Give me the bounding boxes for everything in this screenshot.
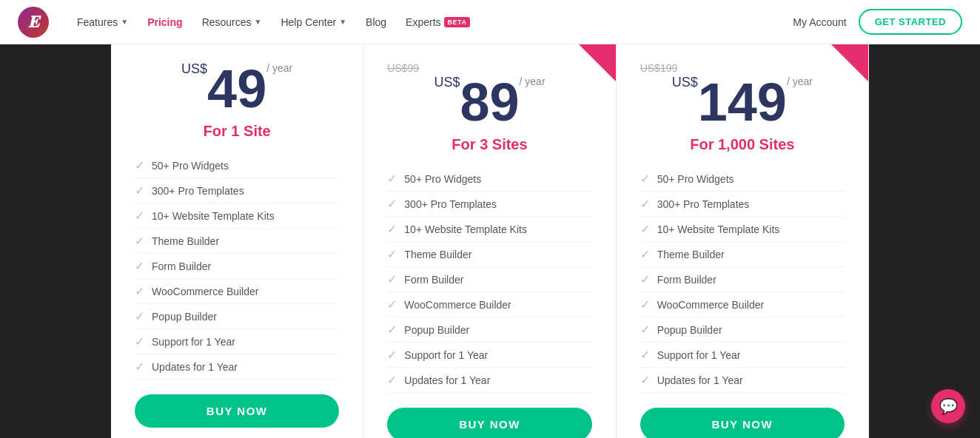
list-item: ✓50+ Pro Widgets (135, 153, 339, 178)
my-account-link[interactable]: My Account (793, 16, 846, 28)
check-icon: ✓ (387, 247, 397, 261)
logo[interactable]: 𝐄 (18, 7, 49, 38)
check-icon: ✓ (640, 348, 650, 362)
original-price-2: US$99 (387, 62, 419, 74)
check-icon: ✓ (135, 234, 144, 248)
list-item: ✓Updates for 1 Year (640, 368, 845, 393)
list-item: ✓Support for 1 Year (387, 343, 591, 368)
nav-help-center[interactable]: Help Center ▼ (273, 12, 354, 33)
list-item: ✓WooCommerce Builder (387, 292, 591, 317)
period-2: / year (520, 75, 546, 87)
resources-chevron-icon: ▼ (255, 18, 262, 26)
check-icon: ✓ (135, 309, 144, 323)
get-started-button[interactable]: GET STARTED (859, 9, 962, 35)
price-area-2: US$99 US$ 89 / year (387, 62, 591, 129)
pricing-plan-1: US$ 49 / year For 1 Site ✓50+ Pro Widget… (111, 44, 363, 438)
features-chevron-icon: ▼ (121, 18, 128, 26)
check-icon: ✓ (640, 272, 650, 286)
currency-3: US$ (672, 75, 698, 89)
logo-letter: 𝐄 (28, 13, 39, 32)
check-icon: ✓ (387, 323, 397, 337)
list-item: ✓Popup Builder (387, 317, 591, 343)
check-icon: ✓ (135, 334, 144, 348)
list-item: ✓Support for 1 Year (135, 329, 339, 354)
ribbon-2 (579, 44, 616, 81)
check-icon: ✓ (135, 158, 144, 172)
left-banner (0, 44, 111, 438)
check-icon: ✓ (387, 297, 397, 311)
pricing-plan-3: US$199 US$ 149 / year For 1,000 Sites ✓5… (617, 44, 869, 438)
list-item: ✓50+ Pro Widgets (387, 166, 591, 192)
price-area-1: US$ 49 / year (135, 62, 339, 115)
pricing-plan-2: US$99 US$ 89 / year For 3 Sites ✓50+ Pro… (363, 44, 616, 438)
list-item: ✓WooCommerce Builder (135, 279, 339, 304)
list-item: ✓Popup Builder (135, 304, 339, 329)
nav-experts[interactable]: Experts BETA (398, 12, 477, 33)
nav-pricing[interactable]: Pricing (140, 12, 189, 33)
sites-label-3: For 1,000 Sites (640, 136, 845, 153)
currency-1: US$ (181, 62, 207, 75)
header: 𝐄 Features ▼ Pricing Resources ▼ Help Ce… (0, 0, 980, 44)
check-icon: ✓ (640, 222, 650, 236)
sites-label-2: For 3 Sites (387, 136, 591, 153)
check-icon: ✓ (640, 323, 650, 337)
beta-badge: BETA (444, 17, 471, 27)
pricing-grid: US$ 49 / year For 1 Site ✓50+ Pro Widget… (0, 44, 980, 438)
list-item: ✓10+ Website Template Kits (640, 217, 845, 242)
main-content: US$ 49 / year For 1 Site ✓50+ Pro Widget… (0, 44, 980, 438)
price-1: 49 (207, 62, 266, 115)
list-item: ✓300+ Pro Templates (135, 178, 339, 203)
check-icon: ✓ (387, 197, 397, 211)
check-icon: ✓ (387, 222, 397, 236)
check-icon: ✓ (387, 272, 397, 286)
nav: Features ▼ Pricing Resources ▼ Help Cent… (70, 12, 793, 33)
price-area-3: US$199 US$ 149 / year (640, 62, 845, 129)
features-list-3: ✓50+ Pro Widgets ✓300+ Pro Templates ✓10… (640, 166, 845, 393)
list-item: ✓10+ Website Template Kits (135, 203, 339, 229)
nav-resources[interactable]: Resources ▼ (195, 12, 269, 33)
buy-button-1[interactable]: BUY NOW (135, 394, 339, 428)
nav-features[interactable]: Features ▼ (70, 12, 135, 33)
list-item: ✓Updates for 1 Year (135, 354, 339, 380)
list-item: ✓Theme Builder (640, 242, 845, 267)
check-icon: ✓ (640, 297, 650, 311)
check-icon: ✓ (135, 209, 144, 223)
list-item: ✓50+ Pro Widgets (640, 166, 845, 192)
price-3: 149 (698, 75, 787, 129)
period-3: / year (787, 75, 813, 87)
chat-button[interactable]: 💬 (931, 389, 965, 423)
buy-button-2[interactable]: BUY NOW (387, 408, 591, 438)
price-2: 89 (460, 75, 519, 129)
ribbon-3 (831, 44, 868, 81)
list-item: ✓Theme Builder (387, 242, 591, 267)
check-icon: ✓ (640, 373, 650, 387)
chat-icon: 💬 (939, 397, 958, 415)
check-icon: ✓ (387, 373, 397, 387)
currency-2: US$ (434, 75, 460, 89)
check-icon: ✓ (640, 172, 650, 186)
list-item: ✓Theme Builder (135, 229, 339, 254)
nav-blog[interactable]: Blog (358, 12, 394, 33)
check-icon: ✓ (387, 348, 397, 362)
list-item: ✓Form Builder (640, 267, 845, 292)
check-icon: ✓ (387, 172, 397, 186)
check-icon: ✓ (135, 284, 144, 298)
features-list-2: ✓50+ Pro Widgets ✓300+ Pro Templates ✓10… (387, 166, 591, 393)
features-list-1: ✓50+ Pro Widgets ✓300+ Pro Templates ✓10… (135, 153, 339, 380)
list-item: ✓Form Builder (387, 267, 591, 292)
check-icon: ✓ (135, 259, 144, 273)
buy-button-3[interactable]: BUY NOW (640, 408, 845, 438)
list-item: ✓300+ Pro Templates (387, 192, 591, 217)
header-right: My Account GET STARTED (793, 9, 962, 35)
list-item: ✓10+ Website Template Kits (387, 217, 591, 242)
original-price-3: US$199 (640, 62, 678, 74)
period-1: / year (266, 62, 292, 74)
right-banner (869, 44, 980, 438)
check-icon: ✓ (135, 360, 144, 374)
help-chevron-icon: ▼ (339, 18, 346, 26)
check-icon: ✓ (640, 197, 650, 211)
check-icon: ✓ (135, 183, 144, 198)
list-item: ✓Support for 1 Year (640, 343, 845, 368)
sites-label-1: For 1 Site (135, 123, 339, 140)
list-item: ✓WooCommerce Builder (640, 292, 845, 317)
